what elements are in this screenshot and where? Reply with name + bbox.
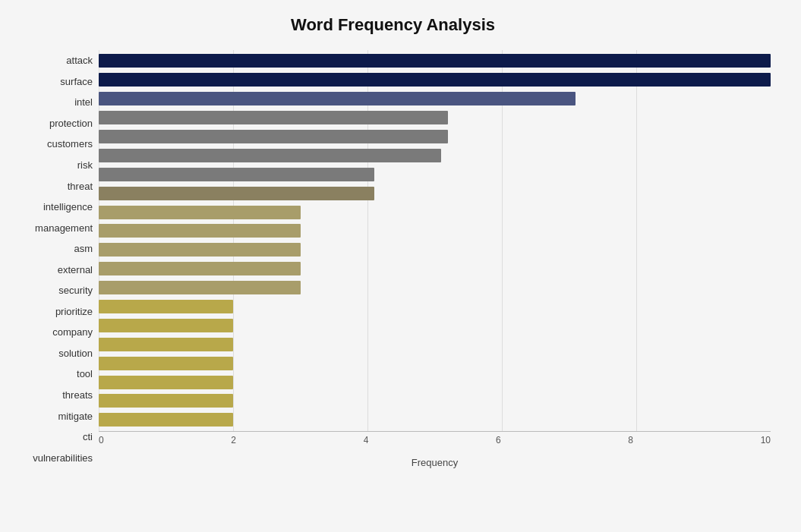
bar [99,168,374,181]
x-axis-label: Frequency [99,457,771,468]
bar [99,224,301,238]
bar-row [99,336,771,353]
y-label: attack [66,55,93,65]
bar [99,376,233,389]
chart-container: Word Frequency Analysis attacksurfaceint… [0,0,801,532]
bar [99,54,771,68]
bar-row [99,392,771,409]
x-tick: 6 [496,435,501,445]
bar-row [99,374,771,391]
chart-title: Word Frequency Analysis [15,15,771,35]
x-tick: 8 [628,435,633,445]
x-ticks: 0246810 [99,432,771,445]
y-label: asm [74,244,93,253]
bar-row [99,355,771,372]
y-label: cti [83,432,93,442]
bar [99,92,576,105]
bar [99,243,301,257]
y-label: intelligence [43,202,93,212]
y-label: solution [58,348,93,358]
bar-row [99,260,771,277]
y-label: threats [62,390,93,400]
bars-and-xaxis: 0246810 Frequency [99,50,771,468]
y-label: security [58,285,93,295]
bar-row [99,90,771,107]
y-label: intel [74,97,93,107]
chart-area: attacksurfaceintelprotectioncustomersris… [15,50,771,468]
x-tick: 2 [231,435,236,445]
bar [99,149,441,162]
y-label: tool [77,369,93,379]
bar-row [99,241,771,258]
bar [99,300,233,313]
bar-row [99,411,771,428]
bar-row [99,317,771,334]
y-label: protection [49,118,93,128]
bar-row [99,279,771,296]
x-axis: 0246810 [99,431,771,454]
y-label: vulnerabilities [33,453,93,463]
bar [99,394,233,408]
bar [99,130,448,143]
y-label: surface [60,77,93,87]
bar-row [99,71,771,88]
bar [99,357,233,370]
bar-row [99,298,771,315]
bar-row [99,166,771,183]
y-axis-labels: attacksurfaceintelprotectioncustomersris… [15,50,99,468]
bar-row [99,147,771,164]
bar [99,111,448,124]
x-tick: 10 [761,435,771,445]
bar-row [99,128,771,145]
bar [99,73,771,87]
y-label: prioritize [55,307,93,316]
bar-row [99,185,771,202]
y-label: threat [68,181,93,191]
bars-grid [99,50,771,431]
bar-row [99,52,771,69]
bar [99,319,233,332]
bar [99,338,233,351]
y-label: risk [77,160,93,170]
bar [99,281,301,294]
x-tick: 4 [364,435,369,445]
y-label: mitigate [58,411,93,421]
bar [99,413,233,427]
bar-row [99,222,771,239]
bars-area [99,50,771,431]
y-label: external [58,265,93,275]
y-label: customers [47,139,93,149]
bar [99,187,374,200]
x-tick: 0 [99,435,104,445]
bar [99,262,301,275]
y-label: management [35,223,93,233]
bar-row [99,204,771,221]
bar-row [99,109,771,126]
bar [99,206,301,219]
y-label: company [52,327,93,337]
